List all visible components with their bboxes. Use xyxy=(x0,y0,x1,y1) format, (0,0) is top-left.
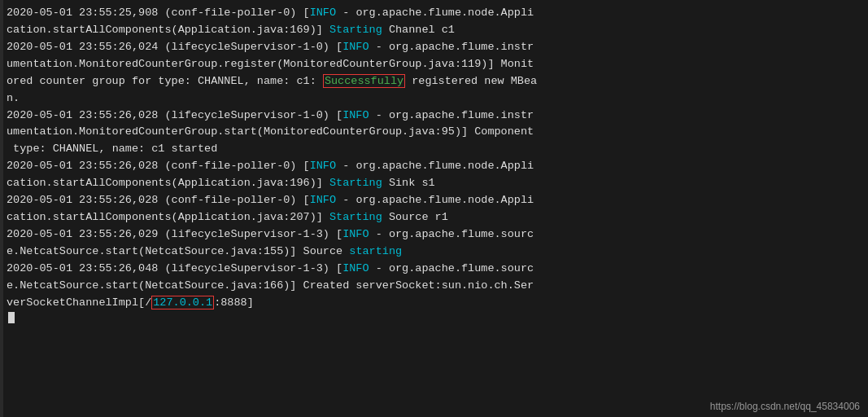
log-line: e.NetcatSource.start(NetcatSource.java:1… xyxy=(7,278,861,295)
log-line: 2020-05-01 23:55:26,029 (lifecycleSuperv… xyxy=(7,226,861,244)
log-line: type: CHANNEL, name: c1 started xyxy=(7,141,861,158)
log-line: e.NetcatSource.start(NetcatSource.java:1… xyxy=(7,244,861,261)
log-line: 2020-05-01 23:55:26,048 (lifecycleSuperv… xyxy=(7,261,861,278)
log-line: umentation.MonitoredCounterGroup.registe… xyxy=(7,56,861,73)
terminal-cursor xyxy=(8,312,15,323)
log-line: 2020-05-01 23:55:26,028 (conf-file-polle… xyxy=(7,192,861,209)
log-line: umentation.MonitoredCounterGroup.start(M… xyxy=(7,124,861,141)
cursor-line xyxy=(7,312,861,323)
log-line: n. xyxy=(7,90,861,108)
log-line: cation.startAllComponents(Application.ja… xyxy=(7,175,861,192)
terminal-window: 2020-05-01 23:55:25,908 (conf-file-polle… xyxy=(0,0,868,417)
log-line: 2020-05-01 23:55:25,908 (conf-file-polle… xyxy=(7,5,861,22)
log-line: 2020-05-01 23:55:26,028 (lifecycleSuperv… xyxy=(7,108,861,125)
watermark: https://blog.csdn.net/qq_45834006 xyxy=(710,401,860,412)
log-line: cation.startAllComponents(Application.ja… xyxy=(7,22,861,39)
log-line: 2020-05-01 23:55:26,024 (lifecycleSuperv… xyxy=(7,39,861,56)
left-border xyxy=(0,0,3,417)
log-output: 2020-05-01 23:55:25,908 (conf-file-polle… xyxy=(7,5,861,312)
log-line: verSocketChannelImpl[/127.0.0.1:8888] xyxy=(7,295,861,312)
log-line: ored counter group for type: CHANNEL, na… xyxy=(7,73,861,90)
log-line: cation.startAllComponents(Application.ja… xyxy=(7,209,861,226)
log-line: 2020-05-01 23:55:26,028 (conf-file-polle… xyxy=(7,158,861,175)
